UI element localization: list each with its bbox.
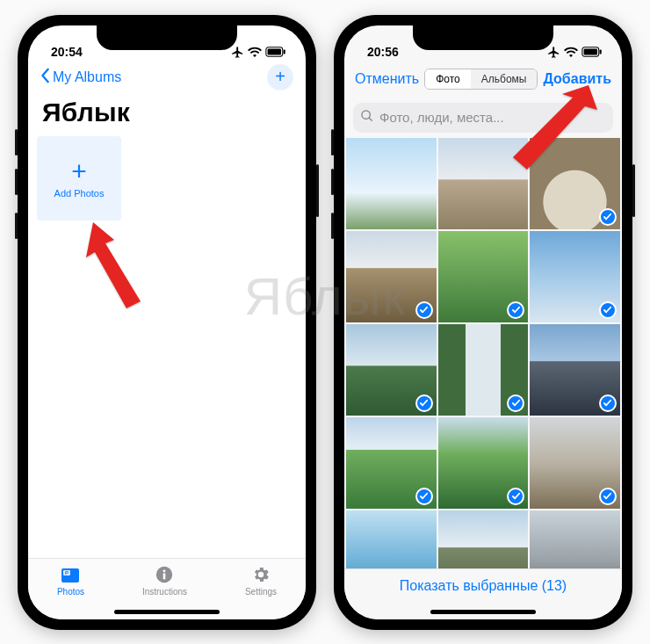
- svg-line-14: [369, 118, 372, 120]
- selected-checkmark-icon: [415, 394, 433, 412]
- photo-thumbnail[interactable]: [346, 510, 437, 568]
- chevron-left-icon: [40, 68, 51, 87]
- notch: [97, 25, 237, 50]
- photo-thumbnail[interactable]: [438, 417, 529, 509]
- photo-thumbnail[interactable]: [346, 324, 437, 416]
- picker-header: Отменить Фото Альбомы Добавить: [344, 61, 622, 98]
- search-placeholder: Фото, люди, места...: [379, 110, 504, 125]
- tab-settings[interactable]: Settings: [245, 564, 277, 597]
- screen-right: 20:56 Отменить Фото Альбо: [344, 25, 622, 619]
- photo-thumbnail[interactable]: [530, 417, 620, 509]
- svg-text:P: P: [65, 570, 69, 575]
- svg-point-7: [163, 569, 166, 572]
- segment-albums[interactable]: Альбомы: [471, 69, 538, 89]
- cancel-button[interactable]: Отменить: [355, 71, 419, 87]
- wifi-icon: [248, 47, 262, 57]
- add-photos-tile[interactable]: + Add Photos: [37, 136, 121, 221]
- add-photos-label: Add Photos: [54, 188, 105, 199]
- info-icon: [153, 564, 176, 585]
- selected-checkmark-icon: [599, 488, 617, 505]
- wifi-icon: [564, 47, 578, 57]
- photo-thumbnail[interactable]: [438, 138, 529, 229]
- nav-bar: My Albums +: [28, 61, 306, 94]
- album-content: + Add Photos: [28, 136, 306, 558]
- thumbnail-image: [346, 138, 437, 229]
- photo-thumbnail[interactable]: [346, 417, 437, 509]
- thumbnail-image: [438, 138, 529, 229]
- photo-thumbnail[interactable]: [530, 324, 620, 416]
- status-icons: [231, 46, 286, 59]
- phone-right: 20:56 Отменить Фото Альбо: [334, 15, 632, 630]
- status-time: 20:56: [367, 45, 399, 59]
- gear-icon: [249, 564, 272, 585]
- photo-thumbnail[interactable]: [346, 231, 437, 322]
- photo-thumbnail[interactable]: [530, 231, 620, 322]
- tab-instructions[interactable]: Instructions: [142, 564, 187, 597]
- airplane-icon: [547, 46, 560, 59]
- segment-photos[interactable]: Фото: [425, 69, 471, 89]
- new-album-button[interactable]: +: [267, 64, 293, 90]
- tab-label: Instructions: [142, 587, 187, 597]
- svg-rect-1: [268, 49, 281, 55]
- photo-thumbnail[interactable]: [438, 231, 529, 322]
- photo-thumbnail[interactable]: [530, 510, 620, 568]
- thumbnail-image: [530, 510, 620, 568]
- notch: [413, 25, 553, 50]
- plus-icon: +: [275, 67, 285, 87]
- photo-thumbnail[interactable]: [346, 138, 437, 229]
- tab-label: Settings: [245, 587, 277, 597]
- photos-icon: P: [59, 564, 82, 585]
- plus-icon: +: [71, 158, 87, 185]
- home-indicator[interactable]: [114, 610, 220, 614]
- selected-checkmark-icon: [599, 394, 617, 412]
- selected-checkmark-icon: [599, 208, 617, 226]
- battery-icon: [265, 47, 286, 57]
- selected-checkmark-icon: [507, 301, 524, 319]
- photo-thumbnail[interactable]: [530, 138, 620, 229]
- svg-rect-11: [584, 49, 597, 55]
- segmented-control[interactable]: Фото Альбомы: [424, 69, 538, 90]
- photo-thumbnail[interactable]: [438, 324, 529, 416]
- search-icon: [360, 109, 374, 126]
- selected-checkmark-icon: [415, 488, 433, 505]
- airplane-icon: [231, 46, 244, 59]
- selected-checkmark-icon: [415, 301, 433, 319]
- back-button[interactable]: My Albums: [40, 68, 121, 87]
- status-icons: [547, 46, 603, 59]
- thumbnail-image: [346, 510, 437, 568]
- search-field[interactable]: Фото, люди, места...: [353, 103, 613, 133]
- selected-checkmark-icon: [507, 394, 524, 412]
- page-title: Яблык: [28, 94, 306, 136]
- status-time: 20:54: [51, 45, 83, 59]
- selected-checkmark-icon: [507, 488, 524, 505]
- svg-rect-8: [163, 573, 166, 579]
- show-selected-button[interactable]: Показать выбранные (13): [400, 578, 567, 594]
- back-label: My Albums: [53, 69, 121, 85]
- home-indicator[interactable]: [430, 610, 536, 614]
- svg-rect-2: [284, 49, 285, 54]
- tab-label: Photos: [57, 587, 84, 597]
- photo-grid[interactable]: [344, 138, 622, 568]
- screen-left: 20:54 My: [28, 25, 306, 619]
- add-button[interactable]: Добавить: [544, 71, 612, 87]
- thumbnail-image: [438, 510, 529, 568]
- battery-icon: [581, 47, 603, 57]
- svg-rect-12: [600, 49, 602, 54]
- photo-thumbnail[interactable]: [438, 510, 529, 568]
- tab-photos[interactable]: P Photos: [57, 564, 84, 597]
- stage: 20:54 My: [0, 0, 650, 644]
- phone-left: 20:54 My: [18, 15, 316, 630]
- selected-checkmark-icon: [599, 301, 617, 319]
